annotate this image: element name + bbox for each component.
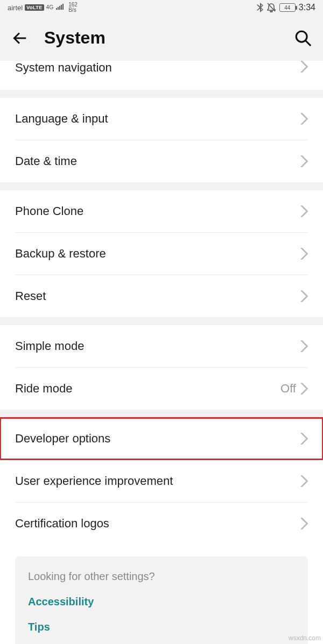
row-certification-logos[interactable]: Certification logos <box>0 503 323 545</box>
label-reset: Reset <box>15 289 300 303</box>
watermark: wsxdn.com <box>289 634 321 642</box>
label-phone-clone: Phone Clone <box>15 204 300 218</box>
status-left: airtel VoLTE 4G 162 B/s <box>8 2 78 13</box>
label-ux-improvement: User experience improvement <box>15 474 300 488</box>
row-ux-improvement[interactable]: User experience improvement <box>0 460 323 502</box>
status-right: 44 3:34 <box>257 3 315 12</box>
chevron-right-icon <box>300 113 308 125</box>
chevron-right-icon <box>300 155 308 167</box>
chevron-right-icon <box>300 383 308 395</box>
row-ride-mode[interactable]: Ride mode Off <box>0 368 323 410</box>
label-developer-options: Developer options <box>15 432 300 446</box>
tips-card: Looking for other settings? Accessibilit… <box>15 556 308 644</box>
row-backup-restore[interactable]: Backup & restore <box>0 233 323 275</box>
signal-icon <box>55 4 64 12</box>
svg-point-0 <box>296 31 307 42</box>
battery-icon: 44 <box>279 3 296 12</box>
row-reset[interactable]: Reset <box>0 275 323 317</box>
group-navigation: System navigation <box>0 61 323 90</box>
label-system-navigation: System navigation <box>15 61 300 75</box>
row-developer-options[interactable]: Developer options <box>0 418 323 460</box>
group-clone: Phone Clone Backup & restore Reset <box>0 190 323 317</box>
row-system-navigation[interactable]: System navigation <box>0 61 323 90</box>
value-ride-mode: Off <box>280 382 296 396</box>
dnd-icon <box>266 3 276 12</box>
label-date-time: Date & time <box>15 154 300 168</box>
chevron-right-icon <box>300 518 308 529</box>
header: System <box>0 15 323 61</box>
tips-question: Looking for other settings? <box>28 570 295 583</box>
row-date-time[interactable]: Date & time <box>0 140 323 182</box>
chevron-right-icon <box>300 205 308 217</box>
network-rate: 162 B/s <box>68 2 78 13</box>
link-accessibility[interactable]: Accessibility <box>28 596 295 608</box>
chevron-right-icon <box>300 433 308 445</box>
group-modes: Simple mode Ride mode Off <box>0 325 323 410</box>
label-certification-logos: Certification logos <box>15 517 300 531</box>
row-language-input[interactable]: Language & input <box>0 98 323 140</box>
clock: 3:34 <box>299 3 315 12</box>
chevron-right-icon <box>300 475 308 487</box>
label-simple-mode: Simple mode <box>15 339 300 353</box>
network-type: 4G <box>46 5 53 10</box>
chevron-right-icon <box>300 340 308 352</box>
volte-badge: VoLTE <box>25 4 44 11</box>
chevron-right-icon <box>300 290 308 302</box>
search-icon[interactable] <box>294 29 312 47</box>
svg-line-1 <box>305 40 311 46</box>
link-tips[interactable]: Tips <box>28 621 295 633</box>
label-ride-mode: Ride mode <box>15 382 280 396</box>
carrier-label: airtel <box>8 4 23 12</box>
page-title: System <box>44 28 279 48</box>
label-backup-restore: Backup & restore <box>15 247 300 261</box>
chevron-right-icon <box>300 61 308 73</box>
group-language: Language & input Date & time <box>0 98 323 182</box>
status-bar: airtel VoLTE 4G 162 B/s 44 3:34 <box>0 0 323 15</box>
group-developer: Developer options User experience improv… <box>0 418 323 644</box>
bluetooth-icon <box>257 3 263 12</box>
chevron-right-icon <box>300 248 308 260</box>
row-phone-clone[interactable]: Phone Clone <box>0 190 323 232</box>
row-simple-mode[interactable]: Simple mode <box>0 325 323 367</box>
label-language-input: Language & input <box>15 112 300 126</box>
back-icon[interactable] <box>11 29 29 47</box>
